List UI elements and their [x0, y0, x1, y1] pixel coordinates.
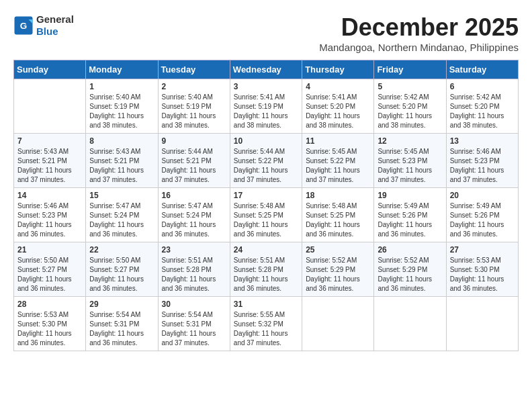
calendar-table: Sunday Monday Tuesday Wednesday Thursday…: [13, 60, 519, 351]
day-info: Sunrise: 5:43 AMSunset: 5:21 PMDaylight:…: [89, 147, 154, 185]
calendar-cell: 19Sunrise: 5:49 AMSunset: 5:26 PMDayligh…: [374, 188, 446, 242]
day-info: Sunrise: 5:55 AMSunset: 5:32 PMDaylight:…: [234, 310, 298, 348]
calendar-cell: 24Sunrise: 5:51 AMSunset: 5:28 PMDayligh…: [230, 242, 302, 297]
calendar-cell: 10Sunrise: 5:44 AMSunset: 5:22 PMDayligh…: [230, 134, 302, 188]
calendar-cell: [14, 79, 86, 134]
day-info: Sunrise: 5:54 AMSunset: 5:31 PMDaylight:…: [89, 310, 154, 348]
calendar-cell: 8Sunrise: 5:43 AMSunset: 5:21 PMDaylight…: [86, 134, 158, 188]
day-number: 15: [89, 191, 154, 200]
calendar-cell: 16Sunrise: 5:47 AMSunset: 5:24 PMDayligh…: [158, 188, 230, 242]
day-info: Sunrise: 5:44 AMSunset: 5:21 PMDaylight:…: [162, 147, 226, 185]
calendar-cell: 7Sunrise: 5:43 AMSunset: 5:21 PMDaylight…: [14, 134, 86, 188]
calendar-cell: 21Sunrise: 5:50 AMSunset: 5:27 PMDayligh…: [14, 242, 86, 297]
calendar-cell: 4Sunrise: 5:41 AMSunset: 5:20 PMDaylight…: [302, 79, 374, 134]
day-info: Sunrise: 5:54 AMSunset: 5:31 PMDaylight:…: [162, 310, 226, 348]
day-number: 11: [306, 136, 370, 146]
calendar-cell: 2Sunrise: 5:40 AMSunset: 5:19 PMDaylight…: [158, 79, 230, 134]
day-number: 16: [162, 191, 226, 200]
day-number: 9: [162, 136, 226, 146]
day-number: 22: [89, 245, 154, 255]
day-number: 25: [306, 245, 370, 255]
calendar-cell: 31Sunrise: 5:55 AMSunset: 5:32 PMDayligh…: [230, 297, 302, 351]
header-wednesday: Wednesday: [230, 60, 302, 79]
day-number: 4: [306, 82, 370, 91]
day-number: 10: [234, 136, 298, 146]
location-title: Mandangoa, Northern Mindanao, Philippine…: [319, 42, 519, 53]
title-area: December 2025 Mandangoa, Northern Mindan…: [319, 13, 519, 53]
day-info: Sunrise: 5:47 AMSunset: 5:24 PMDaylight:…: [89, 201, 154, 239]
day-info: Sunrise: 5:51 AMSunset: 5:28 PMDaylight:…: [234, 256, 298, 293]
svg-text:G: G: [20, 20, 28, 30]
day-info: Sunrise: 5:43 AMSunset: 5:21 PMDaylight:…: [17, 147, 82, 185]
header-tuesday: Tuesday: [158, 60, 230, 79]
day-info: Sunrise: 5:52 AMSunset: 5:29 PMDaylight:…: [306, 256, 370, 293]
calendar-body: 1Sunrise: 5:40 AMSunset: 5:19 PMDaylight…: [14, 79, 519, 351]
calendar-cell: 26Sunrise: 5:52 AMSunset: 5:29 PMDayligh…: [374, 242, 446, 297]
day-number: 5: [378, 82, 442, 91]
day-info: Sunrise: 5:40 AMSunset: 5:19 PMDaylight:…: [89, 93, 154, 130]
calendar-cell: [446, 297, 518, 351]
calendar-week-row: 21Sunrise: 5:50 AMSunset: 5:27 PMDayligh…: [14, 242, 519, 297]
calendar-cell: 22Sunrise: 5:50 AMSunset: 5:27 PMDayligh…: [86, 242, 158, 297]
logo-general: General: [36, 13, 74, 25]
day-info: Sunrise: 5:42 AMSunset: 5:20 PMDaylight:…: [378, 93, 442, 130]
header-saturday: Saturday: [446, 60, 518, 79]
header-area: G General Blue December 2025 Mandangoa, …: [13, 13, 519, 53]
day-info: Sunrise: 5:41 AMSunset: 5:19 PMDaylight:…: [234, 93, 298, 130]
header-friday: Friday: [374, 60, 446, 79]
calendar-week-row: 1Sunrise: 5:40 AMSunset: 5:19 PMDaylight…: [14, 79, 519, 134]
day-info: Sunrise: 5:40 AMSunset: 5:19 PMDaylight:…: [162, 93, 226, 130]
day-info: Sunrise: 5:47 AMSunset: 5:24 PMDaylight:…: [162, 201, 226, 239]
calendar-cell: 6Sunrise: 5:42 AMSunset: 5:20 PMDaylight…: [446, 79, 518, 134]
day-info: Sunrise: 5:52 AMSunset: 5:29 PMDaylight:…: [378, 256, 442, 293]
logo-icon: G: [13, 15, 34, 36]
day-info: Sunrise: 5:45 AMSunset: 5:22 PMDaylight:…: [306, 147, 370, 185]
day-info: Sunrise: 5:51 AMSunset: 5:28 PMDaylight:…: [162, 256, 226, 293]
calendar-cell: 12Sunrise: 5:45 AMSunset: 5:23 PMDayligh…: [374, 134, 446, 188]
header-monday: Monday: [86, 60, 158, 79]
calendar-cell: 1Sunrise: 5:40 AMSunset: 5:19 PMDaylight…: [86, 79, 158, 134]
weekday-header-row: Sunday Monday Tuesday Wednesday Thursday…: [14, 60, 519, 79]
calendar-week-row: 14Sunrise: 5:46 AMSunset: 5:23 PMDayligh…: [14, 188, 519, 242]
calendar-cell: [374, 297, 446, 351]
calendar-cell: 9Sunrise: 5:44 AMSunset: 5:21 PMDaylight…: [158, 134, 230, 188]
calendar-cell: 3Sunrise: 5:41 AMSunset: 5:19 PMDaylight…: [230, 79, 302, 134]
day-number: 18: [306, 191, 370, 200]
logo-text: General Blue: [36, 13, 74, 38]
header-thursday: Thursday: [302, 60, 374, 79]
day-number: 29: [89, 300, 154, 309]
day-number: 8: [89, 136, 154, 146]
day-number: 24: [234, 245, 298, 255]
header-sunday: Sunday: [14, 60, 86, 79]
day-info: Sunrise: 5:48 AMSunset: 5:25 PMDaylight:…: [306, 201, 370, 239]
day-number: 1: [89, 82, 154, 91]
day-info: Sunrise: 5:49 AMSunset: 5:26 PMDaylight:…: [378, 201, 442, 239]
day-info: Sunrise: 5:41 AMSunset: 5:20 PMDaylight:…: [306, 93, 370, 130]
calendar-cell: 14Sunrise: 5:46 AMSunset: 5:23 PMDayligh…: [14, 188, 86, 242]
calendar-cell: 23Sunrise: 5:51 AMSunset: 5:28 PMDayligh…: [158, 242, 230, 297]
day-info: Sunrise: 5:48 AMSunset: 5:25 PMDaylight:…: [234, 201, 298, 239]
calendar-cell: 15Sunrise: 5:47 AMSunset: 5:24 PMDayligh…: [86, 188, 158, 242]
day-info: Sunrise: 5:42 AMSunset: 5:20 PMDaylight:…: [450, 93, 515, 130]
day-number: 3: [234, 82, 298, 91]
day-number: 20: [450, 191, 515, 200]
day-info: Sunrise: 5:46 AMSunset: 5:23 PMDaylight:…: [450, 147, 515, 185]
day-number: 26: [378, 245, 442, 255]
day-info: Sunrise: 5:53 AMSunset: 5:30 PMDaylight:…: [17, 310, 82, 348]
day-info: Sunrise: 5:50 AMSunset: 5:27 PMDaylight:…: [17, 256, 82, 293]
logo: G General Blue: [13, 13, 74, 38]
day-info: Sunrise: 5:53 AMSunset: 5:30 PMDaylight:…: [450, 256, 515, 293]
day-number: 23: [162, 245, 226, 255]
day-number: 27: [450, 245, 515, 255]
calendar-week-row: 7Sunrise: 5:43 AMSunset: 5:21 PMDaylight…: [14, 134, 519, 188]
day-number: 19: [378, 191, 442, 200]
day-number: 2: [162, 82, 226, 91]
calendar-cell: [302, 297, 374, 351]
day-number: 31: [234, 300, 298, 309]
calendar-cell: 25Sunrise: 5:52 AMSunset: 5:29 PMDayligh…: [302, 242, 374, 297]
calendar-cell: 18Sunrise: 5:48 AMSunset: 5:25 PMDayligh…: [302, 188, 374, 242]
day-info: Sunrise: 5:50 AMSunset: 5:27 PMDaylight:…: [89, 256, 154, 293]
day-info: Sunrise: 5:45 AMSunset: 5:23 PMDaylight:…: [378, 147, 442, 185]
calendar-cell: 27Sunrise: 5:53 AMSunset: 5:30 PMDayligh…: [446, 242, 518, 297]
calendar-cell: 5Sunrise: 5:42 AMSunset: 5:20 PMDaylight…: [374, 79, 446, 134]
